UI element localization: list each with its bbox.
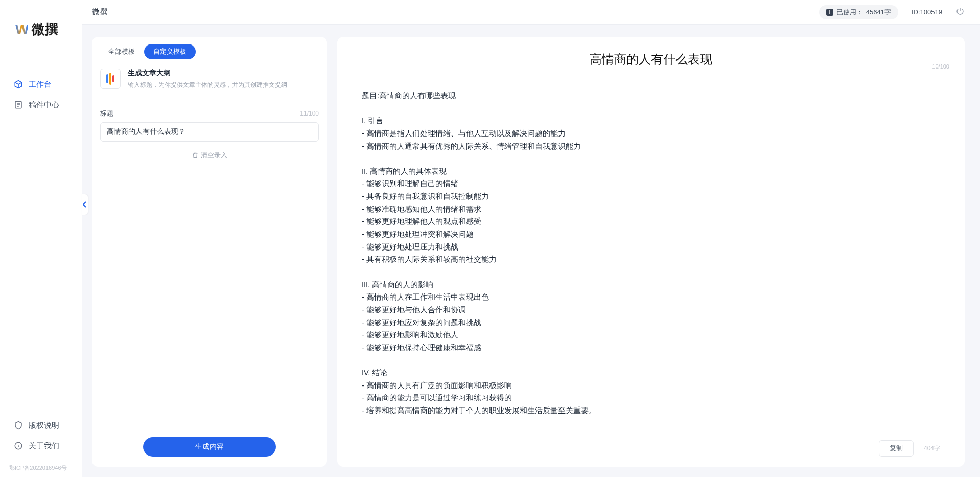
sidebar-item-workbench[interactable]: 工作台 <box>9 74 73 95</box>
sidebar-item-drafts[interactable]: 稿件中心 <box>9 95 73 115</box>
title-field-label: 标题 <box>100 109 113 118</box>
output-title-counter: 10/100 <box>932 63 949 70</box>
template-title: 生成文章大纲 <box>128 69 287 78</box>
main: 微撰 T 已使用：45641字 ID:100519 全部模板 自定义模板 <box>82 0 980 477</box>
chevron-left-icon <box>83 201 87 208</box>
text-badge-icon: T <box>826 9 833 16</box>
sidebar-item-label: 工作台 <box>29 80 52 89</box>
usage-prefix: 已使用： <box>836 8 863 17</box>
sidebar-item-label: 版权说明 <box>29 421 59 430</box>
output-word-count: 404字 <box>924 444 940 453</box>
output-body[interactable]: 题目:高情商的人有哪些表现 I. 引言 - 高情商是指人们处理情绪、与他人互动以… <box>337 80 965 433</box>
config-panel: 全部模板 自定义模板 生成文章大纲 输入标题，为你提供文章主体的灵感，并为其创建… <box>92 37 327 467</box>
info-icon <box>13 441 24 451</box>
sidebar-collapse-handle[interactable] <box>82 194 88 215</box>
user-id: ID:100519 <box>912 8 942 16</box>
trash-icon <box>192 152 199 159</box>
sidebar-item-label: 关于我们 <box>29 441 59 451</box>
title-input[interactable] <box>100 122 319 142</box>
sidebar-item-label: 稿件中心 <box>29 100 59 110</box>
output-title: 高情商的人有什么表现 <box>590 51 712 67</box>
power-icon[interactable] <box>955 7 965 17</box>
generate-button[interactable]: 生成内容 <box>143 437 276 457</box>
form-area: 标题 11/100 清空录入 <box>92 95 327 160</box>
icp-text: 鄂ICP备2022016946号 <box>0 461 82 477</box>
output-panel: 高情商的人有什么表现 10/100 题目:高情商的人有哪些表现 I. 引言 - … <box>337 37 965 467</box>
sidebar-item-about[interactable]: 关于我们 <box>9 436 73 456</box>
output-footer: 复制 404字 <box>362 433 940 467</box>
sidebar: W 微撰 工作台 稿件中心 版权说明 关于我们 <box>0 0 82 477</box>
shield-icon <box>13 420 24 430</box>
topbar-right: T 已使用：45641字 ID:100519 <box>819 5 965 19</box>
doc-icon <box>13 100 24 110</box>
sidebar-nav: 工作台 稿件中心 <box>0 74 82 115</box>
logo: W 微撰 <box>0 0 82 49</box>
sidebar-bottom: 版权说明 关于我们 <box>0 415 82 461</box>
output-header: 高情商的人有什么表现 10/100 <box>337 37 965 80</box>
tab-all-templates[interactable]: 全部模板 <box>99 44 144 59</box>
usage-pill[interactable]: T 已使用：45641字 <box>819 5 898 19</box>
template-thumb-icon <box>100 69 121 89</box>
template-desc: 输入标题，为你提供文章主体的灵感，并为其创建推文提纲 <box>128 81 287 89</box>
logo-text: 微撰 <box>32 20 58 38</box>
clear-input-label: 清空录入 <box>201 151 227 160</box>
logo-mark-icon: W <box>15 21 28 38</box>
template-tabs: 全部模板 自定义模板 <box>92 37 327 59</box>
cube-icon <box>13 79 24 89</box>
topbar: 微撰 T 已使用：45641字 ID:100519 <box>82 0 980 25</box>
selected-template[interactable]: 生成文章大纲 输入标题，为你提供文章主体的灵感，并为其创建推文提纲 <box>92 59 327 95</box>
title-char-counter: 11/100 <box>300 110 319 117</box>
clear-input-button[interactable]: 清空录入 <box>100 151 319 160</box>
usage-value: 45641字 <box>866 8 891 17</box>
page-title: 微撰 <box>92 7 107 17</box>
copy-button[interactable]: 复制 <box>879 440 914 457</box>
tab-custom-template[interactable]: 自定义模板 <box>144 44 196 59</box>
sidebar-item-copyright[interactable]: 版权说明 <box>9 415 73 436</box>
content-row: 全部模板 自定义模板 生成文章大纲 输入标题，为你提供文章主体的灵感，并为其创建… <box>82 25 980 477</box>
